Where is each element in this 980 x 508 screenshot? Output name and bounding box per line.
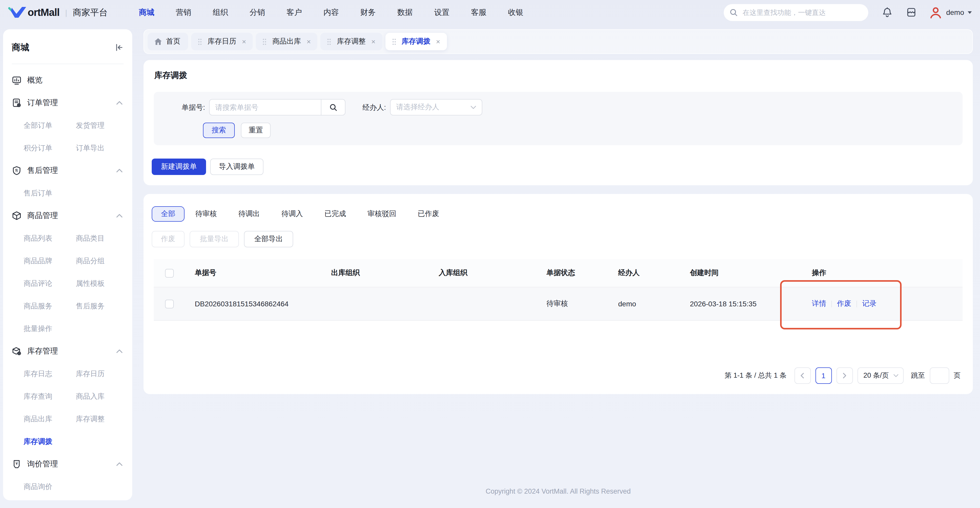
sidebar-subitem[interactable]: 商品出库 xyxy=(24,407,76,430)
chevron-up-icon xyxy=(116,101,123,104)
nav-item-data[interactable]: 数据 xyxy=(397,8,413,17)
user-name: demo xyxy=(946,8,964,16)
status-tab-all[interactable]: 全部 xyxy=(152,206,185,222)
chevron-down-icon xyxy=(471,105,476,109)
sidebar-subitem[interactable]: 属性模板 xyxy=(76,272,132,294)
sidebar-group-inventory[interactable]: 库存管理 xyxy=(3,340,132,362)
tab-label: 库存调拨 xyxy=(402,37,430,46)
brand[interactable]: ortMall | 商家平台 xyxy=(8,6,108,18)
user-menu[interactable]: demo xyxy=(929,6,972,19)
sidebar-group-label: 订单管理 xyxy=(27,98,116,107)
tab-product-outbound[interactable]: 商品出库 × xyxy=(256,33,317,50)
close-icon[interactable]: × xyxy=(242,38,246,45)
status-tab-completed[interactable]: 已完成 xyxy=(325,209,346,219)
export-all-button[interactable]: 全部导出 xyxy=(244,231,293,247)
sidebar-subitem[interactable]: 库存日历 xyxy=(76,362,132,385)
void-link[interactable]: 作废 xyxy=(837,299,851,308)
order-no-search-button[interactable] xyxy=(321,99,345,115)
nav-item-mall[interactable]: 商城 xyxy=(139,8,154,17)
tab-home[interactable]: 首页 xyxy=(148,33,188,50)
record-link[interactable]: 记录 xyxy=(862,299,877,308)
reset-button[interactable]: 重置 xyxy=(241,123,270,138)
drag-handle-icon[interactable] xyxy=(198,38,202,45)
status-tab-voided[interactable]: 已作废 xyxy=(418,209,439,219)
sidebar-subitem[interactable]: 商品服务 xyxy=(24,294,76,317)
sidebar-group-orders[interactable]: 订单管理 xyxy=(3,91,132,114)
status-tab-rejected[interactable]: 审核驳回 xyxy=(368,209,396,219)
order-no-input[interactable] xyxy=(209,99,321,115)
chevron-up-icon xyxy=(116,349,123,353)
col-header-created: 创建时间 xyxy=(682,268,804,278)
sidebar-group-aftersale[interactable]: 售 售后管理 xyxy=(3,159,132,182)
sidebar-subitem[interactable]: 积分订单 xyxy=(24,136,76,159)
sidebar-subitem[interactable]: 订单导出 xyxy=(76,136,132,159)
sidebar-subitem[interactable]: 库存调整 xyxy=(76,407,132,430)
drag-handle-icon[interactable] xyxy=(327,38,331,45)
sidebar-subitem[interactable]: 商品询价 xyxy=(24,475,76,498)
sidebar-subitem[interactable]: 库存日志 xyxy=(24,362,76,385)
sidebar-subitem[interactable]: 发货管理 xyxy=(76,114,132,136)
close-icon[interactable]: × xyxy=(371,38,375,45)
nav-item-content[interactable]: 内容 xyxy=(323,8,339,17)
sidebar-item-overview[interactable]: 概览 xyxy=(3,69,132,91)
select-all-checkbox[interactable] xyxy=(165,268,174,277)
nav-item-cashier[interactable]: 收银 xyxy=(508,8,523,17)
sidebar-collapse-icon[interactable] xyxy=(115,43,124,51)
sidebar-subitem[interactable]: 商品入库 xyxy=(76,385,132,407)
sidebar-subitem[interactable]: 全部订单 xyxy=(24,114,76,136)
page-size-select[interactable]: 20 条/页 xyxy=(857,367,904,384)
nav-item-distribution[interactable]: 分销 xyxy=(250,8,265,17)
tab-inventory-calendar[interactable]: 库存日历 × xyxy=(191,33,253,50)
drag-handle-icon[interactable] xyxy=(262,38,267,45)
void-button: 作废 xyxy=(152,231,185,247)
status-tab-pending-in[interactable]: 待调入 xyxy=(282,209,303,219)
sidebar-group-products[interactable]: 商品管理 xyxy=(3,204,132,227)
tab-inventory-transfer[interactable]: 库存调拨 × xyxy=(385,33,447,50)
nav-item-customer[interactable]: 客户 xyxy=(286,8,302,17)
nav-item-service[interactable]: 客服 xyxy=(471,8,487,17)
operator-select[interactable]: 请选择经办人 xyxy=(390,99,482,115)
notifications-bell-icon[interactable] xyxy=(882,7,892,18)
sidebar-subitem[interactable]: 商品类目 xyxy=(76,227,132,249)
close-icon[interactable]: × xyxy=(436,38,440,45)
sidebar-subitem[interactable]: 商品评论 xyxy=(24,272,76,294)
sidebar-subitem[interactable]: 商品列表 xyxy=(24,227,76,249)
sidebar-subitem[interactable]: 批量操作 xyxy=(24,317,76,340)
storefront-icon[interactable] xyxy=(906,7,916,18)
status-tab-pending-review[interactable]: 待审核 xyxy=(195,209,217,219)
create-transfer-button[interactable]: 新建调拨单 xyxy=(152,158,206,175)
nav-item-marketing[interactable]: 营销 xyxy=(176,8,191,17)
next-page-button[interactable] xyxy=(836,367,853,384)
chevron-up-icon xyxy=(116,214,123,217)
global-search-input[interactable] xyxy=(742,8,862,17)
global-search[interactable] xyxy=(724,4,868,21)
sidebar-submenu-products: 商品列表 商品类目 商品品牌 商品分组 商品评论 属性模板 商品服务 售后服务 … xyxy=(3,227,132,340)
sidebar-subitem[interactable]: 库存查询 xyxy=(24,385,76,407)
sidebar-group-inquiry[interactable]: ¥ 询价管理 xyxy=(3,452,132,475)
jump-to-input[interactable] xyxy=(929,367,949,384)
drag-handle-icon[interactable] xyxy=(392,38,396,45)
search-button[interactable]: 搜索 xyxy=(203,123,235,138)
row-checkbox[interactable] xyxy=(165,299,174,308)
nav-item-finance[interactable]: 财务 xyxy=(360,8,376,17)
order-no-input-group xyxy=(209,99,345,115)
nav-item-organization[interactable]: 组织 xyxy=(213,8,228,17)
svg-text:¥: ¥ xyxy=(15,461,18,465)
sidebar-subitem[interactable]: 售后订单 xyxy=(24,182,76,204)
nav-item-settings[interactable]: 设置 xyxy=(434,8,450,17)
sidebar-subitem[interactable]: 商品品牌 xyxy=(24,249,76,272)
current-page-button[interactable]: 1 xyxy=(815,367,832,384)
prev-page-button[interactable] xyxy=(794,367,811,384)
status-tab-pending-out[interactable]: 待调出 xyxy=(238,209,260,219)
sidebar-subitem[interactable]: 商品分组 xyxy=(76,249,132,272)
action-divider xyxy=(856,300,857,307)
tab-inventory-adjust[interactable]: 库存调整 × xyxy=(321,33,382,50)
close-icon[interactable]: × xyxy=(307,38,310,45)
brand-logo-text: ortMall xyxy=(28,6,59,18)
sidebar-subitem[interactable]: 售后服务 xyxy=(76,294,132,317)
import-transfer-button[interactable]: 导入调拨单 xyxy=(210,158,264,175)
bulk-actions: 作废 批量导出 全部导出 xyxy=(152,231,298,247)
detail-link[interactable]: 详情 xyxy=(812,299,826,308)
sidebar-item-inventory-transfer[interactable]: 库存调拨 xyxy=(24,430,76,452)
topbar: ortMall | 商家平台 商城 营销 组织 分销 客户 内容 财务 数据 设… xyxy=(0,0,980,25)
